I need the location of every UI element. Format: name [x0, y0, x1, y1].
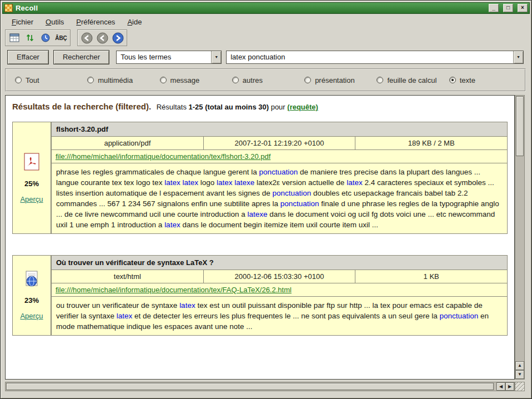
- scroll-up-button[interactable]: ▲: [515, 361, 524, 370]
- results-table-icon: [9, 33, 19, 42]
- result-url-link[interactable]: file:///home/michael/informatique/docume…: [56, 286, 292, 294]
- file-type-filter-bar: Tout multimédia message autres présentat…: [5, 68, 526, 92]
- radio-icon: [377, 77, 383, 83]
- result-snippet: ou trouver un verificateur de syntaxe la…: [51, 296, 508, 336]
- horizontal-scrollbar[interactable]: ◀ ▶: [5, 382, 515, 391]
- sort-order-button[interactable]: [23, 31, 37, 44]
- resize-grip[interactable]: [515, 382, 525, 391]
- result-title: flshort-3.20.pdf: [51, 122, 508, 137]
- results-summary: Résultats 1-25 (total au moins 30) pour …: [157, 103, 318, 111]
- maximize-button[interactable]: □: [503, 4, 513, 12]
- radio-icon: [232, 77, 239, 83]
- search-term-highlight: latex: [164, 221, 180, 229]
- scroll-left-button[interactable]: ◀: [496, 382, 505, 391]
- snippet-text: ou trouver un verificateur de syntaxe: [56, 301, 179, 310]
- search-term-highlight: latex latex: [164, 178, 198, 187]
- result-url-link[interactable]: file:///home/michael/informatique/docume…: [56, 152, 270, 161]
- search-term-highlight: latex: [347, 178, 363, 187]
- search-term-highlight: ponctuation: [280, 200, 319, 208]
- close-button[interactable]: ×: [518, 4, 528, 12]
- menu-preferences[interactable]: Préférences: [72, 17, 119, 27]
- result-url-row: file:///home/michael/informatique/docume…: [51, 149, 508, 163]
- result-meta-row: text/html 2000-12-06 15:03:30 +0100 1 KB: [51, 270, 508, 283]
- results-connector: pour: [271, 103, 285, 111]
- snippet-text: et de detecter les erreurs les plus freq…: [132, 312, 439, 320]
- result-item: 23% Aperçu Où trouver un vérificateur de…: [12, 255, 508, 336]
- toolbar-group-tools: ÂBÇ: [5, 29, 71, 46]
- titlebar[interactable]: Recoll _ □ ×: [2, 2, 530, 14]
- left-arrow-icon: ◀: [499, 385, 503, 389]
- result-side-panel: 23% Aperçu: [12, 255, 51, 336]
- minimize-button[interactable]: _: [489, 4, 499, 12]
- search-mode-select[interactable]: Tous les termes ▼: [116, 51, 222, 64]
- sort-by-date-button[interactable]: [38, 31, 53, 44]
- dropdown-arrow-icon[interactable]: ▼: [513, 51, 523, 63]
- result-url-row: file:///home/michael/informatique/docume…: [51, 283, 508, 297]
- results-panel: Résultats de la recherche (filtered). Ré…: [5, 95, 515, 380]
- filter-radio-autres[interactable]: autres: [232, 76, 304, 84]
- radio-icon: [449, 77, 456, 83]
- next-page-button[interactable]: [111, 31, 125, 44]
- radio-icon: [304, 77, 311, 83]
- filter-radio-texte[interactable]: texte: [449, 76, 521, 84]
- search-term-highlight: latexe: [247, 210, 267, 218]
- term-explorer-button[interactable]: ÂBÇ: [54, 31, 68, 44]
- search-term-highlight: latex: [179, 301, 195, 310]
- menubar: Fichier Outils Préférences Aide: [4, 16, 528, 28]
- scroll-down-button[interactable]: ▼: [515, 370, 524, 379]
- filter-radio-feuille-de-calcul[interactable]: feuille de calcul: [377, 76, 449, 84]
- down-arrow-icon: ▼: [518, 372, 522, 377]
- relevance-percent: 23%: [24, 296, 39, 305]
- query-combo[interactable]: ▼: [226, 51, 524, 64]
- results-header: Résultats de la recherche (filtered). Ré…: [12, 101, 510, 113]
- search-term-highlight: latex latexe: [217, 178, 254, 187]
- result-date: 2000-12-06 15:03:30 +0100: [203, 270, 356, 283]
- preview-link[interactable]: Aperçu: [20, 312, 43, 320]
- radio-icon: [87, 77, 94, 83]
- result-snippet: phrase les regles grammaticales de chaqu…: [51, 163, 508, 234]
- radio-icon: [15, 77, 22, 83]
- filter-radio-tout[interactable]: Tout: [15, 76, 87, 84]
- vertical-scrollbar-buttons: ▲ ▼: [515, 361, 524, 379]
- filter-radio-message[interactable]: message: [160, 76, 232, 84]
- pdf-file-icon: [24, 153, 39, 172]
- sort-order-icon: [26, 33, 34, 42]
- horizontal-scrollbar-buttons: ◀ ▶: [496, 382, 514, 391]
- vertical-scrollbar[interactable]: ▲ ▼: [515, 95, 525, 380]
- results-table-button[interactable]: [7, 31, 22, 44]
- search-button[interactable]: Rechercher: [53, 50, 109, 64]
- prev-page-button[interactable]: [95, 31, 109, 44]
- first-page-button[interactable]: [79, 31, 94, 44]
- prev-page-icon: [97, 32, 108, 44]
- recoll-window: Recoll _ □ × Fichier Outils Préférences …: [0, 0, 532, 399]
- dropdown-arrow-icon[interactable]: ▼: [211, 51, 221, 63]
- menu-outils[interactable]: Outils: [41, 17, 68, 27]
- spellcheck-icon: ÂBÇ: [55, 35, 67, 41]
- result-meta-row: application/pdf 2007-12-01 12:19:20 +010…: [51, 136, 508, 150]
- scroll-right-button[interactable]: ▶: [505, 382, 514, 391]
- results-range: 1-25 (total au moins 30): [189, 103, 269, 111]
- results-title: Résultats de la recherche (filtered).: [12, 102, 151, 111]
- menu-aide[interactable]: Aide: [123, 17, 146, 27]
- search-term-highlight: ponctuation: [272, 189, 311, 197]
- menu-fichier[interactable]: Fichier: [7, 17, 38, 27]
- app-icon: [4, 4, 13, 12]
- next-page-icon: [112, 32, 124, 44]
- vertical-scrollbar-thumb[interactable]: [516, 96, 524, 156]
- preview-link[interactable]: Aperçu: [20, 195, 43, 203]
- query-link[interactable]: (requête): [287, 103, 318, 111]
- result-mime-type: application/pdf: [51, 136, 204, 150]
- filter-radio-multimedia[interactable]: multimédia: [87, 76, 159, 84]
- results-label: Résultats: [157, 103, 187, 111]
- radio-icon: [160, 77, 167, 83]
- clear-button[interactable]: Effacer: [7, 50, 49, 64]
- result-title: Où trouver un vérificateur de syntaxe La…: [51, 255, 508, 270]
- filter-radio-presentation[interactable]: présentation: [304, 76, 377, 84]
- search-term-highlight: ponctuation: [259, 168, 298, 176]
- snippet-text: logo: [198, 178, 217, 187]
- query-input[interactable]: [227, 51, 513, 63]
- result-details: flshort-3.20.pdf application/pdf 2007-12…: [51, 122, 508, 234]
- snippet-text: phrase les regles grammaticales de chaqu…: [56, 168, 259, 176]
- html-file-icon: [24, 271, 39, 289]
- horizontal-scrollbar-thumb[interactable]: [6, 383, 494, 390]
